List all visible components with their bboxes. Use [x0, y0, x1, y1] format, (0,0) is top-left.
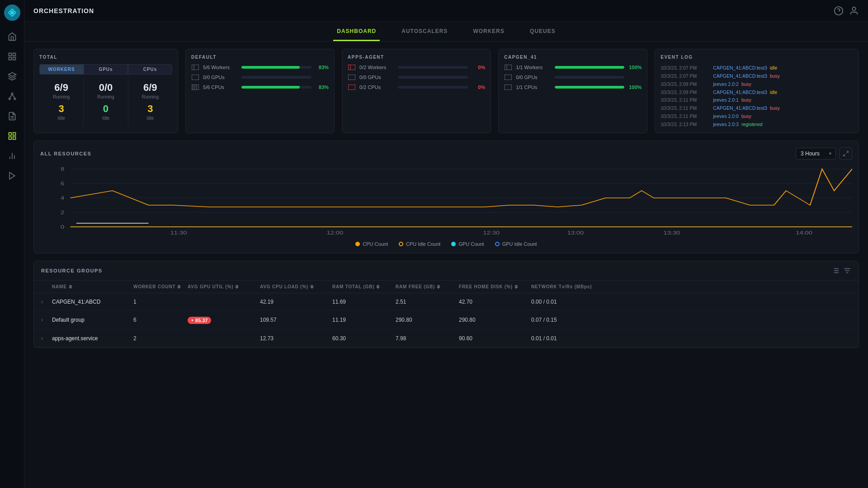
th-home-disk[interactable]: FREE HOME DISK (%) [459, 284, 531, 289]
table-row-0[interactable]: › CAPGEN_41:ABCD 1 42.19 11.69 2.51 42.7… [34, 293, 859, 311]
chart-title: ALL RESOURCES [40, 151, 796, 156]
row-0-ram-free: 2.51 [396, 299, 459, 305]
svg-point-24 [852, 7, 855, 10]
sidebar-layers[interactable] [4, 68, 21, 85]
table-row-1[interactable]: › Default group 6 85.37 109.57 11.19 290… [34, 311, 859, 330]
capgen-cpus-pct: 100% [628, 84, 642, 90]
chart-controls: 1 Hour 3 Hours 6 Hours 12 Hours 24 Hours [796, 147, 852, 160]
svg-rect-2 [9, 53, 11, 56]
event-row-0: 10/3/23, 2:07 PM CAPGEN_41:ABCD:test3 id… [660, 64, 853, 72]
default-gpus-bar [241, 76, 311, 79]
total-tab-gpus[interactable]: GPUs [84, 64, 128, 75]
app-header: ORCHESTRATION [24, 0, 868, 22]
chart-card: ALL RESOURCES 1 Hour 3 Hours 6 Hours 12 … [33, 141, 859, 253]
svg-rect-14 [9, 133, 11, 136]
svg-text:11:30: 11:30 [170, 230, 187, 236]
default-group-card: DEFAULT 5/6 Workers 83% 0/0 GPUs [185, 49, 335, 133]
capgen-workers-pct: 100% [628, 65, 642, 70]
svg-rect-35 [348, 84, 355, 90]
filter-icon[interactable] [831, 267, 840, 275]
svg-point-1 [10, 11, 14, 14]
legend-cpu-count: CPU Count [355, 241, 388, 247]
th-ram-total[interactable]: RAM TOTAL (GB) [332, 284, 396, 289]
sidebar-deploy[interactable] [4, 167, 21, 184]
tab-workers[interactable]: WORKERS [469, 22, 508, 41]
app-logo[interactable] [4, 5, 20, 21]
capgen-workers-icon [504, 64, 512, 70]
capgen-cpu-icon [504, 84, 512, 90]
gpu-icon [191, 74, 199, 80]
row-1-home-disk: 290.80 [459, 317, 531, 323]
th-gpu-util[interactable]: AVG GPU UTIL (%) [188, 284, 260, 289]
row-2-expand[interactable]: › [41, 335, 52, 342]
total-tab-workers[interactable]: WORKERS [39, 64, 84, 75]
cpus-idle-value: 3 [130, 103, 170, 115]
row-2-network: 0.01 / 0.01 [531, 335, 851, 342]
time-range-select[interactable]: 1 Hour 3 Hours 6 Hours 12 Hours 24 Hours [796, 148, 836, 160]
th-cpu-load[interactable]: AVG CPU LOAD (%) [260, 284, 332, 289]
default-cpus-row: 5/6 CPUs 83% [191, 84, 329, 90]
row-2-name: apps-agent.service [52, 335, 133, 342]
dashboard-content: TOTAL WORKERS GPUs CPUs 6/9 Running 3 Id… [24, 42, 868, 488]
sidebar-metrics[interactable] [4, 147, 21, 164]
row-1-expand[interactable]: › [41, 317, 52, 323]
chart-expand-button[interactable] [840, 147, 852, 160]
stats-row: TOTAL WORKERS GPUs CPUs 6/9 Running 3 Id… [33, 49, 859, 133]
event-log-title: EVENT LOG [660, 55, 853, 60]
th-expand [41, 284, 52, 289]
default-cpus-bar [241, 86, 311, 89]
svg-rect-3 [13, 53, 15, 56]
default-workers-bar [241, 66, 311, 69]
sidebar-home[interactable] [4, 28, 21, 45]
event-row-7: 10/3/23, 2:13 PM jeeves 2.0:3 registered [660, 121, 853, 127]
svg-text:6: 6 [61, 181, 64, 187]
sidebar-chart[interactable] [4, 127, 21, 145]
chart-area: 8 6 4 2 0 11:30 12:00 12:30 13:00 13:30 … [40, 164, 852, 237]
tab-queues[interactable]: QUEUES [526, 22, 559, 41]
th-workers[interactable]: WORKER COUNT [133, 284, 188, 289]
help-icon[interactable] [834, 6, 844, 16]
tab-autoscalers[interactable]: AUTOSCALERS [398, 22, 451, 41]
capgen-cpus-label: 1/1 CPUs [516, 84, 551, 90]
user-icon[interactable] [849, 6, 859, 16]
row-0-expand[interactable]: › [41, 299, 52, 305]
capgen-cpus-row: 1/1 CPUs 100% [504, 84, 642, 90]
apps-cpus-row: 0/2 CPUs 0% [348, 84, 485, 90]
svg-rect-38 [505, 75, 512, 80]
event-row-1: 10/3/23, 2:07 PM CAPGEN_41:ABCD:test3 bu… [660, 72, 853, 80]
table-row-2[interactable]: › apps-agent.service 2 12.73 60.30 7.98 … [34, 330, 859, 347]
total-tabs: WORKERS GPUs CPUs [39, 64, 172, 75]
row-1-workers: 6 [133, 317, 188, 323]
workers-running-value: 6/9 [41, 82, 81, 94]
header-icons [834, 6, 859, 16]
svg-marker-6 [8, 73, 16, 76]
th-network[interactable]: NETWORK Tx/Rx (MBps) [531, 284, 851, 289]
sidebar-nodes[interactable] [4, 88, 21, 105]
total-tab-cpus[interactable]: CPUs [128, 64, 172, 75]
total-values: 6/9 Running 3 Idle 0/0 Running 0 Idle 6/… [39, 79, 172, 127]
th-ram-free[interactable]: RAM FREE (GB) [396, 284, 459, 289]
default-workers-pct: 83% [315, 65, 329, 70]
svg-point-8 [9, 98, 10, 99]
apps-workers-pct: 0% [472, 65, 485, 70]
total-gpus-col: 0/0 Running 0 Idle [83, 79, 127, 127]
sidebar-report[interactable] [4, 108, 21, 125]
main-content: ORCHESTRATION DASHBOARD AUTOSCALERS WORK… [24, 0, 868, 488]
svg-rect-27 [192, 75, 199, 80]
event-row-4: 10/3/23, 2:11 PM jeeves 2.0:1 busy [660, 96, 853, 104]
svg-rect-36 [505, 65, 512, 70]
sort-icon[interactable] [843, 267, 851, 275]
sidebar-grid[interactable] [4, 48, 21, 65]
total-title: TOTAL [39, 55, 172, 60]
capgen-gpus-row: 0/0 GPUs [504, 74, 642, 80]
apps-cpus-pct: 0% [472, 84, 485, 90]
capgen-gpu-icon [504, 74, 512, 80]
svg-rect-32 [348, 65, 355, 70]
rg-title: RESOURCE GROUPS [41, 268, 831, 273]
capgen-workers-bar [555, 66, 625, 69]
th-name[interactable]: NAME [52, 284, 133, 289]
svg-point-9 [14, 98, 15, 99]
default-gpus-label: 0/0 GPUs [203, 75, 238, 80]
legend-gpu-idle: GPU Idle Count [495, 241, 537, 247]
tab-dashboard[interactable]: DASHBOARD [333, 22, 380, 41]
